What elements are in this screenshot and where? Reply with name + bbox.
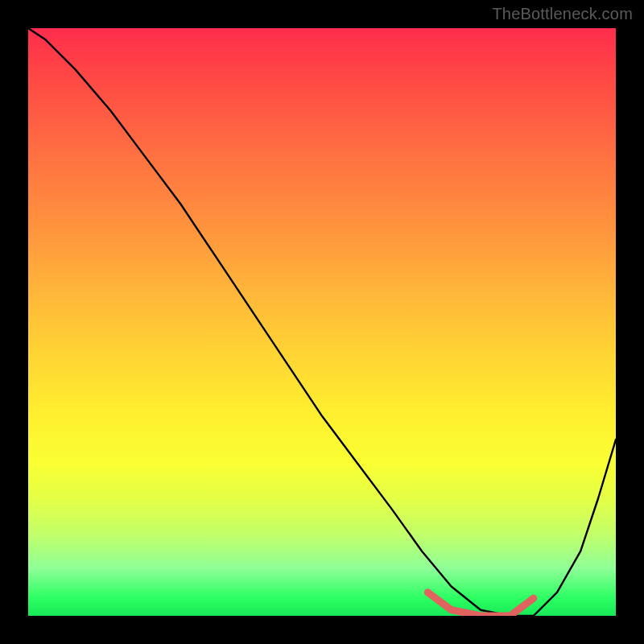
optimal-range-highlight [427, 592, 533, 616]
chart-svg [28, 28, 616, 616]
bottleneck-curve [28, 28, 616, 616]
watermark-text: TheBottleneck.com [492, 5, 633, 23]
chart-background-gradient [28, 28, 616, 616]
